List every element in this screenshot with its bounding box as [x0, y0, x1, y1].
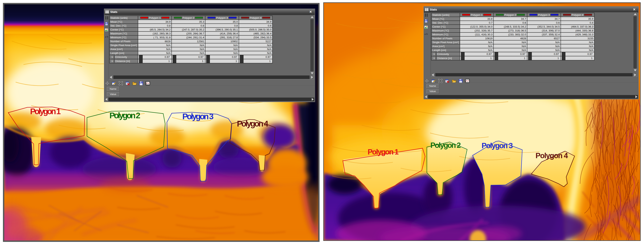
svg-text:Polygon 1: Polygon 1: [368, 148, 399, 156]
svg-text:Polygon 4: Polygon 4: [536, 152, 568, 160]
svg-text:Polygon 2: Polygon 2: [430, 141, 461, 150]
svg-text:Polygon 4: Polygon 4: [237, 119, 268, 128]
svg-text:Polygon 3: Polygon 3: [182, 112, 214, 121]
svg-text:Polygon 2: Polygon 2: [110, 111, 140, 120]
svg-text:Polygon 3: Polygon 3: [482, 142, 513, 150]
svg-text:Polygon 1: Polygon 1: [30, 107, 61, 116]
